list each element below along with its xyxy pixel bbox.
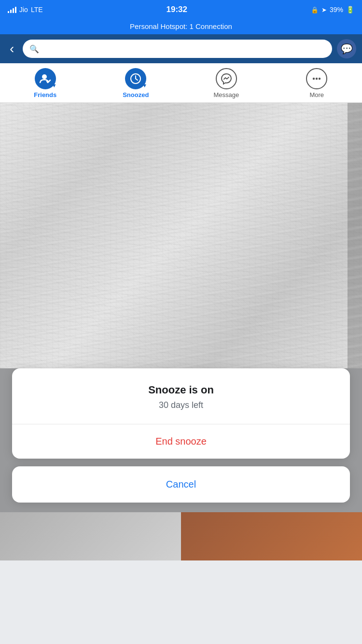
cancel-button[interactable]: Cancel <box>12 466 350 503</box>
tab-friends[interactable]: ▼ Friends <box>26 68 65 98</box>
blurred-post-image <box>0 103 362 368</box>
message-icon-wrap <box>216 68 237 89</box>
overlay-background: Snooze is on 30 days left End snooze Can… <box>0 368 362 560</box>
svg-point-4 <box>313 78 315 80</box>
more-icon-wrap <box>306 68 327 89</box>
messenger-bubble-icon <box>220 72 233 85</box>
more-icon-bg <box>306 68 327 89</box>
back-icon: ‹ <box>10 41 14 56</box>
message-icon-bg <box>216 68 237 89</box>
snooze-subtitle: 30 days left <box>22 400 340 410</box>
network-type-label: LTE <box>31 6 43 14</box>
dots-icon <box>310 72 323 85</box>
snoozed-icon-wrap: ▼ <box>125 68 146 89</box>
cancel-card: Cancel <box>12 466 350 503</box>
carrier-label: Jio <box>19 6 28 14</box>
messenger-icon: 💬 <box>341 43 353 55</box>
tab-message[interactable]: Message <box>207 68 246 98</box>
tab-more[interactable]: More <box>297 68 336 98</box>
snoozed-chevron-icon: ▼ <box>142 83 147 88</box>
clock-icon <box>129 72 142 85</box>
end-snooze-label: End snooze <box>155 436 207 447</box>
nav-bar: ‹ 🔍 💬 <box>0 34 362 63</box>
svg-point-6 <box>319 78 320 80</box>
search-input[interactable] <box>43 45 325 53</box>
cancel-label: Cancel <box>166 479 196 490</box>
time-label: 19:32 <box>167 5 187 14</box>
end-snooze-button[interactable]: End snooze <box>12 424 350 459</box>
signal-icon <box>8 6 16 13</box>
thumbnail-right <box>181 512 362 560</box>
svg-point-5 <box>316 78 318 80</box>
svg-line-3 <box>136 79 138 80</box>
main-content <box>0 103 362 368</box>
search-bar[interactable]: 🔍 <box>23 40 332 58</box>
status-bar: Jio LTE 19:32 🔒 ➤ 39% 🔋 <box>0 0 362 19</box>
message-tab-label: Message <box>213 91 239 98</box>
side-panel <box>348 103 362 368</box>
friends-tab-label: Friends <box>34 91 56 98</box>
thumbnail-left <box>0 512 181 560</box>
messenger-button[interactable]: 💬 <box>337 39 356 58</box>
status-right: 🔒 ➤ 39% 🔋 <box>311 6 354 14</box>
battery-label: 39% <box>330 6 343 14</box>
svg-point-0 <box>42 74 47 79</box>
person-check-icon <box>39 72 52 85</box>
snooze-info-section: Snooze is on 30 days left <box>12 368 350 424</box>
friends-icon-wrap: ▼ <box>35 68 56 89</box>
back-button[interactable]: ‹ <box>6 40 18 57</box>
battery-icon: 🔋 <box>346 6 354 14</box>
lock-icon: 🔒 <box>311 6 319 14</box>
status-left: Jio LTE <box>8 6 43 14</box>
search-icon: 🔍 <box>29 44 39 54</box>
more-tab-label: More <box>309 91 324 98</box>
tab-bar: ▼ Friends ▼ Snoozed <box>0 63 362 103</box>
snooze-title: Snooze is on <box>22 384 340 396</box>
snooze-card: Snooze is on 30 days left End snooze <box>12 368 350 459</box>
hotspot-banner: Personal Hotspot: 1 Connection <box>0 19 362 34</box>
bottom-thumbnails <box>0 512 362 560</box>
snoozed-tab-label: Snoozed <box>123 91 149 98</box>
tab-snoozed[interactable]: ▼ Snoozed <box>116 68 155 98</box>
friends-chevron-icon: ▼ <box>52 83 57 88</box>
location-icon: ➤ <box>321 6 327 14</box>
